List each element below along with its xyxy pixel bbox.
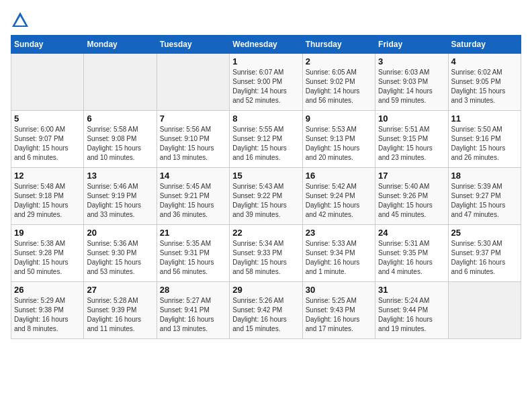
day-cell: 23Sunrise: 5:33 AM Sunset: 9:34 PM Dayli… (302, 225, 375, 282)
day-info: Sunrise: 5:45 AM Sunset: 9:21 PM Dayligh… (160, 182, 226, 220)
day-info: Sunrise: 5:38 AM Sunset: 9:28 PM Dayligh… (14, 239, 81, 277)
day-info: Sunrise: 5:25 AM Sunset: 9:43 PM Dayligh… (306, 296, 372, 334)
header-cell-sunday: Sunday (11, 36, 84, 54)
day-cell (448, 282, 521, 339)
day-number: 4 (451, 56, 518, 66)
calendar-header: SundayMondayTuesdayWednesdayThursdayFrid… (11, 36, 521, 54)
header-cell-monday: Monday (84, 36, 157, 54)
day-info: Sunrise: 5:42 AM Sunset: 9:24 PM Dayligh… (306, 182, 372, 220)
day-cell: 21Sunrise: 5:35 AM Sunset: 9:31 PM Dayli… (157, 225, 229, 282)
week-row-5: 26Sunrise: 5:29 AM Sunset: 9:38 PM Dayli… (11, 282, 521, 339)
day-info: Sunrise: 5:55 AM Sunset: 9:12 PM Dayligh… (232, 125, 299, 163)
day-number: 1 (232, 56, 299, 66)
day-number: 3 (378, 56, 445, 66)
day-cell: 14Sunrise: 5:45 AM Sunset: 9:21 PM Dayli… (157, 168, 229, 225)
day-cell: 20Sunrise: 5:36 AM Sunset: 9:30 PM Dayli… (84, 225, 157, 282)
day-info: Sunrise: 5:24 AM Sunset: 9:44 PM Dayligh… (378, 296, 445, 334)
week-row-1: 1Sunrise: 6:07 AM Sunset: 9:00 PM Daylig… (11, 54, 521, 111)
day-info: Sunrise: 6:05 AM Sunset: 9:02 PM Dayligh… (306, 68, 372, 105)
day-cell: 15Sunrise: 5:43 AM Sunset: 9:22 PM Dayli… (230, 168, 302, 225)
day-info: Sunrise: 5:35 AM Sunset: 9:31 PM Dayligh… (160, 239, 226, 277)
day-info: Sunrise: 6:03 AM Sunset: 9:03 PM Dayligh… (378, 68, 445, 105)
day-cell: 3Sunrise: 6:03 AM Sunset: 9:03 PM Daylig… (375, 54, 448, 111)
week-row-2: 5Sunrise: 6:00 AM Sunset: 9:07 PM Daylig… (11, 111, 521, 168)
day-info: Sunrise: 5:39 AM Sunset: 9:27 PM Dayligh… (451, 182, 518, 220)
logo-icon (11, 11, 30, 30)
day-info: Sunrise: 5:50 AM Sunset: 9:16 PM Dayligh… (451, 125, 518, 163)
day-cell: 8Sunrise: 5:55 AM Sunset: 9:12 PM Daylig… (230, 111, 302, 168)
week-row-3: 12Sunrise: 5:48 AM Sunset: 9:18 PM Dayli… (11, 168, 521, 225)
day-number: 29 (232, 285, 299, 295)
day-cell: 10Sunrise: 5:51 AM Sunset: 9:15 PM Dayli… (375, 111, 448, 168)
day-number: 21 (160, 228, 226, 238)
day-number: 15 (232, 171, 299, 181)
day-info: Sunrise: 5:56 AM Sunset: 9:10 PM Dayligh… (160, 125, 226, 163)
day-number: 31 (378, 285, 445, 295)
day-info: Sunrise: 5:40 AM Sunset: 9:26 PM Dayligh… (378, 182, 445, 220)
day-number: 19 (14, 228, 81, 238)
day-cell: 13Sunrise: 5:46 AM Sunset: 9:19 PM Dayli… (84, 168, 157, 225)
day-number: 16 (306, 171, 372, 181)
day-number: 12 (14, 171, 81, 181)
day-cell: 30Sunrise: 5:25 AM Sunset: 9:43 PM Dayli… (302, 282, 375, 339)
day-cell: 27Sunrise: 5:28 AM Sunset: 9:39 PM Dayli… (84, 282, 157, 339)
day-cell (84, 54, 157, 111)
header-cell-tuesday: Tuesday (157, 36, 229, 54)
day-number: 9 (306, 113, 372, 124)
day-info: Sunrise: 6:02 AM Sunset: 9:05 PM Dayligh… (451, 68, 518, 105)
day-cell: 29Sunrise: 5:26 AM Sunset: 9:42 PM Dayli… (230, 282, 302, 339)
day-cell: 6Sunrise: 5:58 AM Sunset: 9:08 PM Daylig… (84, 111, 157, 168)
day-cell: 16Sunrise: 5:42 AM Sunset: 9:24 PM Dayli… (302, 168, 375, 225)
day-info: Sunrise: 5:36 AM Sunset: 9:30 PM Dayligh… (87, 239, 153, 277)
day-cell: 22Sunrise: 5:34 AM Sunset: 9:33 PM Dayli… (230, 225, 302, 282)
day-info: Sunrise: 5:48 AM Sunset: 9:18 PM Dayligh… (14, 182, 81, 220)
day-cell (11, 54, 84, 111)
day-cell (157, 54, 229, 111)
day-cell: 25Sunrise: 5:30 AM Sunset: 9:37 PM Dayli… (448, 225, 521, 282)
day-cell: 12Sunrise: 5:48 AM Sunset: 9:18 PM Dayli… (11, 168, 84, 225)
day-info: Sunrise: 5:33 AM Sunset: 9:34 PM Dayligh… (306, 239, 372, 277)
header-cell-friday: Friday (375, 36, 448, 54)
day-number: 17 (378, 171, 445, 181)
week-row-4: 19Sunrise: 5:38 AM Sunset: 9:28 PM Dayli… (11, 225, 521, 282)
day-cell: 17Sunrise: 5:40 AM Sunset: 9:26 PM Dayli… (375, 168, 448, 225)
day-cell: 5Sunrise: 6:00 AM Sunset: 9:07 PM Daylig… (11, 111, 84, 168)
day-number: 26 (14, 285, 81, 295)
day-cell: 28Sunrise: 5:27 AM Sunset: 9:41 PM Dayli… (157, 282, 229, 339)
day-number: 2 (306, 56, 372, 66)
day-info: Sunrise: 5:51 AM Sunset: 9:15 PM Dayligh… (378, 125, 445, 163)
header-cell-wednesday: Wednesday (230, 36, 302, 54)
day-cell: 2Sunrise: 6:05 AM Sunset: 9:02 PM Daylig… (302, 54, 375, 111)
day-number: 23 (306, 228, 372, 238)
day-info: Sunrise: 6:07 AM Sunset: 9:00 PM Dayligh… (232, 68, 299, 105)
day-cell: 9Sunrise: 5:53 AM Sunset: 9:13 PM Daylig… (302, 111, 375, 168)
day-info: Sunrise: 5:29 AM Sunset: 9:38 PM Dayligh… (14, 296, 81, 334)
day-cell: 24Sunrise: 5:31 AM Sunset: 9:35 PM Dayli… (375, 225, 448, 282)
day-number: 27 (87, 285, 153, 295)
day-number: 13 (87, 171, 153, 181)
day-number: 30 (306, 285, 372, 295)
day-cell: 1Sunrise: 6:07 AM Sunset: 9:00 PM Daylig… (230, 54, 302, 111)
day-info: Sunrise: 5:31 AM Sunset: 9:35 PM Dayligh… (378, 239, 445, 277)
day-info: Sunrise: 5:27 AM Sunset: 9:41 PM Dayligh… (160, 296, 226, 334)
day-number: 24 (378, 228, 445, 238)
day-number: 28 (160, 285, 226, 295)
day-cell: 18Sunrise: 5:39 AM Sunset: 9:27 PM Dayli… (448, 168, 521, 225)
page-header (11, 11, 521, 30)
day-cell: 11Sunrise: 5:50 AM Sunset: 9:16 PM Dayli… (448, 111, 521, 168)
day-info: Sunrise: 5:34 AM Sunset: 9:33 PM Dayligh… (232, 239, 299, 277)
day-number: 25 (451, 228, 518, 238)
header-cell-saturday: Saturday (448, 36, 521, 54)
day-cell: 26Sunrise: 5:29 AM Sunset: 9:38 PM Dayli… (11, 282, 84, 339)
day-cell: 4Sunrise: 6:02 AM Sunset: 9:05 PM Daylig… (448, 54, 521, 111)
day-number: 22 (232, 228, 299, 238)
header-cell-thursday: Thursday (302, 36, 375, 54)
day-cell: 31Sunrise: 5:24 AM Sunset: 9:44 PM Dayli… (375, 282, 448, 339)
logo (11, 11, 32, 30)
day-number: 7 (160, 113, 226, 124)
day-number: 5 (14, 113, 81, 124)
day-number: 6 (87, 113, 153, 124)
day-info: Sunrise: 5:28 AM Sunset: 9:39 PM Dayligh… (87, 296, 153, 334)
day-info: Sunrise: 5:30 AM Sunset: 9:37 PM Dayligh… (451, 239, 518, 277)
day-number: 14 (160, 171, 226, 181)
